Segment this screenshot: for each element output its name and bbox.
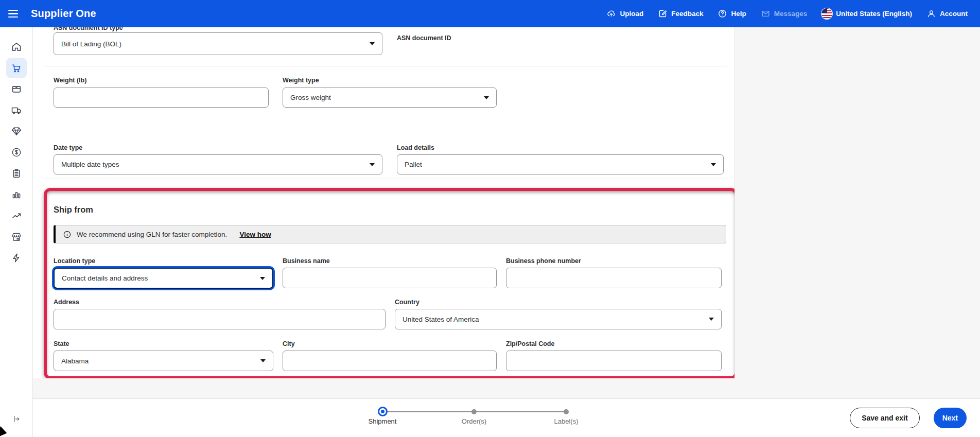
location-type-label: Location type bbox=[54, 257, 95, 265]
divider bbox=[44, 66, 727, 66]
country-value: United States of America bbox=[402, 316, 479, 323]
date-type-value: Multiple date types bbox=[61, 161, 119, 168]
ship-from-heading: Ship from bbox=[54, 205, 93, 215]
feedback-icon bbox=[658, 9, 668, 19]
top-navbar: Supplier One Upload Feedback Help Messag… bbox=[0, 0, 980, 27]
locale-selector[interactable]: United States (English) bbox=[821, 8, 912, 19]
cloud-upload-icon bbox=[606, 9, 616, 19]
bar-chart-icon bbox=[11, 189, 22, 200]
step-shipment-label: Shipment bbox=[354, 417, 411, 425]
city-label: City bbox=[283, 340, 295, 347]
bolt-icon bbox=[11, 252, 22, 264]
asn-type-label: ASN document ID type bbox=[54, 27, 123, 31]
zip-label: Zip/Postal Code bbox=[506, 340, 554, 347]
hamburger-menu-icon[interactable] bbox=[8, 7, 22, 21]
trend-icon bbox=[11, 210, 22, 221]
weight-type-select[interactable]: Gross weight bbox=[283, 88, 497, 108]
sidebar-item-analytics[interactable] bbox=[6, 184, 27, 205]
dollar-coin-icon bbox=[11, 147, 22, 158]
weight-type-value: Gross weight bbox=[290, 94, 331, 101]
help-label: Help bbox=[731, 10, 746, 18]
truck-icon bbox=[11, 104, 22, 116]
feedback-label: Feedback bbox=[671, 10, 703, 18]
shipment-form: ASN document ID type Bill of Lading (BOL… bbox=[33, 27, 735, 378]
business-phone-label: Business phone number bbox=[506, 257, 581, 265]
messages-button[interactable]: Messages bbox=[761, 9, 808, 19]
bottom-bar: Shipment Order(s) Label(s) Save and exit… bbox=[33, 398, 980, 437]
sidebar-item-items[interactable] bbox=[6, 79, 27, 99]
expand-sidebar-icon bbox=[12, 414, 21, 424]
cart-icon bbox=[11, 62, 22, 74]
step-orders-dot[interactable] bbox=[471, 409, 477, 414]
load-details-select[interactable]: Pallet bbox=[397, 154, 724, 174]
divider bbox=[44, 130, 727, 130]
business-name-input[interactable] bbox=[283, 268, 497, 288]
sidebar-item-integrations[interactable] bbox=[6, 248, 27, 268]
messages-label: Messages bbox=[774, 10, 808, 18]
upload-label: Upload bbox=[620, 10, 643, 18]
asn-type-select[interactable]: Bill of Lading (BOL) bbox=[54, 32, 382, 55]
chevron-down-icon bbox=[370, 42, 375, 45]
chevron-down-icon bbox=[709, 318, 714, 321]
sidebar-item-quality[interactable] bbox=[6, 121, 27, 142]
envelope-icon bbox=[761, 9, 771, 19]
us-flag-icon bbox=[821, 8, 832, 19]
person-icon bbox=[926, 9, 936, 19]
upload-button[interactable]: Upload bbox=[606, 9, 643, 19]
help-icon bbox=[717, 9, 727, 19]
main-content: ASN document ID type Bill of Lading (BOL… bbox=[33, 27, 980, 398]
sidebar-item-growth[interactable] bbox=[6, 205, 27, 226]
next-button[interactable]: Next bbox=[934, 408, 967, 428]
address-input[interactable] bbox=[54, 309, 386, 329]
clipboard-icon bbox=[11, 168, 22, 179]
step-shipment[interactable] bbox=[378, 407, 388, 416]
banner-text: We recommend using GLN for faster comple… bbox=[77, 231, 227, 238]
diamond-icon bbox=[11, 126, 22, 137]
gln-recommendation-banner: We recommend using GLN for faster comple… bbox=[54, 225, 726, 243]
load-details-label: Load details bbox=[397, 144, 434, 151]
business-name-label: Business name bbox=[283, 257, 330, 265]
asn-type-value: Bill of Lading (BOL) bbox=[61, 40, 121, 48]
save-and-exit-button[interactable]: Save and exit bbox=[850, 408, 920, 428]
location-type-select[interactable]: Contact details and address bbox=[54, 268, 273, 289]
sidebar-item-documents[interactable] bbox=[6, 163, 27, 184]
view-how-link[interactable]: View how bbox=[239, 231, 271, 238]
package-icon bbox=[11, 83, 22, 95]
location-type-value: Contact details and address bbox=[62, 274, 148, 282]
sidebar-item-marketplace[interactable] bbox=[6, 226, 27, 247]
step-labels-label: Label(s) bbox=[538, 417, 594, 425]
business-phone-input[interactable] bbox=[506, 268, 722, 288]
expand-sidebar-button[interactable] bbox=[0, 414, 33, 424]
state-label: State bbox=[54, 340, 69, 347]
help-button[interactable]: Help bbox=[717, 9, 746, 19]
step-orders-label: Order(s) bbox=[446, 417, 502, 425]
country-label: Country bbox=[395, 299, 419, 306]
info-icon bbox=[63, 230, 72, 239]
sidebar-item-home[interactable] bbox=[6, 37, 27, 57]
chevron-down-icon bbox=[370, 163, 375, 166]
asn-id-label: ASN document ID bbox=[397, 34, 451, 42]
city-input[interactable] bbox=[283, 351, 497, 371]
divider bbox=[44, 179, 727, 179]
sidebar-item-payments[interactable] bbox=[6, 142, 27, 163]
chevron-down-icon bbox=[484, 96, 489, 99]
feedback-button[interactable]: Feedback bbox=[658, 9, 703, 19]
state-select[interactable]: Alabama bbox=[54, 351, 273, 371]
weight-label: Weight (lb) bbox=[54, 77, 86, 84]
app-title[interactable]: Supplier One bbox=[31, 8, 96, 20]
weight-input[interactable] bbox=[54, 88, 269, 108]
zip-input[interactable] bbox=[506, 351, 722, 371]
load-details-value: Pallet bbox=[405, 161, 422, 168]
app-screen: Supplier One Upload Feedback Help Messag… bbox=[0, 0, 980, 437]
chevron-down-icon bbox=[260, 359, 266, 362]
sidebar-item-orders[interactable] bbox=[6, 58, 27, 78]
chevron-down-icon bbox=[260, 277, 265, 280]
account-label: Account bbox=[940, 10, 968, 18]
date-type-select[interactable]: Multiple date types bbox=[54, 154, 382, 174]
left-sidebar bbox=[0, 27, 33, 437]
account-button[interactable]: Account bbox=[926, 9, 968, 19]
country-select[interactable]: United States of America bbox=[395, 309, 722, 329]
step-labels-dot[interactable] bbox=[564, 409, 569, 414]
locale-label: United States (English) bbox=[836, 10, 912, 18]
sidebar-item-shipping[interactable] bbox=[6, 100, 27, 120]
